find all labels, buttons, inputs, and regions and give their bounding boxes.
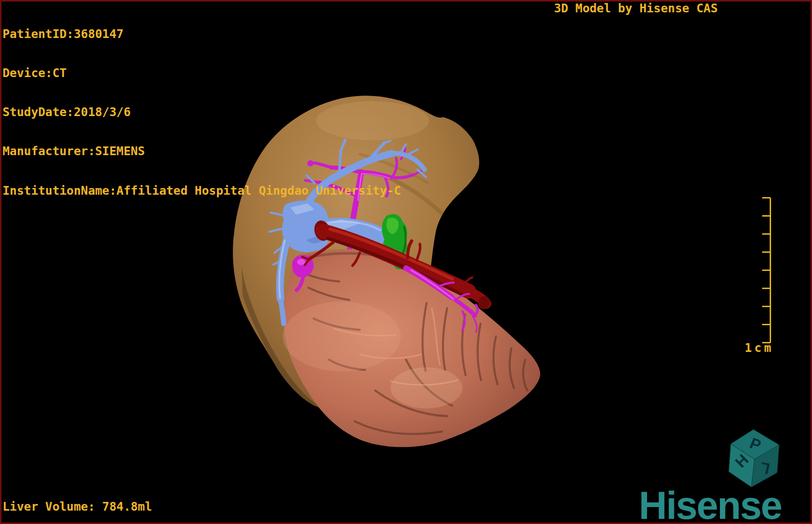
patient-id-text: PatientID:3680147 [3, 28, 401, 41]
scale-bar-ticks [762, 198, 770, 343]
liver-volume-text: Liver Volume: 784.8ml [3, 500, 152, 513]
study-date-text: StudyDate:2018/3/6 [3, 106, 401, 119]
scale-bar-label: 1cm [745, 342, 774, 354]
viewer-stage: PatientID:3680147 Device:CT StudyDate:20… [0, 0, 812, 524]
scale-bar [755, 194, 786, 348]
stomach-mesh [283, 249, 540, 447]
manufacturer-text: Manufacturer:SIEMENS [3, 145, 401, 158]
institution-text: InstitutionName:Affiliated Hospital Qing… [3, 184, 401, 197]
device-text: Device:CT [3, 67, 401, 80]
hisense-logo: Hisense [639, 483, 782, 524]
patient-info-overlay: PatientID:3680147 Device:CT StudyDate:20… [3, 2, 401, 223]
orientation-cube[interactable]: P H L [722, 423, 789, 492]
watermark-text: 3D Model by Hisense CAS [554, 2, 718, 15]
